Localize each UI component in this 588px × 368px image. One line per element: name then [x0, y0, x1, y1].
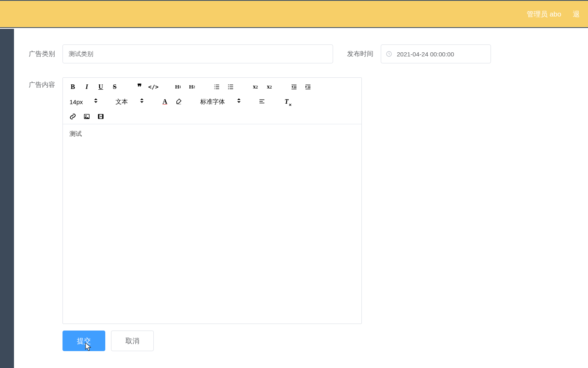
form-page: 广告类别 发布时间 广告内容 B I U S ❞ </> H1	[14, 28, 588, 368]
logout-link[interactable]: 退	[573, 9, 580, 19]
bold-icon[interactable]: B	[67, 81, 79, 93]
font-size-select[interactable]: 14px	[67, 98, 100, 106]
font-family-value: 标准字体	[200, 98, 225, 106]
quote-icon[interactable]: ❞	[134, 81, 145, 93]
subscript-icon[interactable]: x2	[250, 81, 261, 93]
unordered-list-icon[interactable]	[225, 81, 236, 93]
paragraph-select[interactable]: 文本	[113, 97, 146, 107]
image-icon[interactable]	[81, 111, 93, 122]
svg-rect-4	[229, 85, 233, 85]
svg-point-1	[228, 84, 229, 85]
ordered-list-icon[interactable]	[211, 81, 222, 93]
h1-icon[interactable]: H1	[172, 81, 184, 93]
strike-icon[interactable]: S	[109, 81, 120, 93]
clear-format-icon[interactable]: T✕	[281, 96, 292, 107]
form-actions: 提交 取消	[63, 331, 576, 351]
row-content: 广告内容 B I U S ❞ </> H1 H2	[26, 77, 576, 324]
outdent-icon[interactable]	[288, 81, 300, 93]
font-color-icon[interactable]: A	[159, 96, 171, 107]
sidebar	[0, 29, 14, 368]
top-header: 管理员 abo 退	[0, 0, 588, 28]
category-input[interactable]	[63, 44, 333, 63]
svg-rect-13	[98, 114, 100, 119]
video-icon[interactable]	[95, 111, 106, 122]
svg-rect-14	[102, 114, 103, 119]
submit-button[interactable]: 提交	[63, 331, 105, 351]
paragraph-value: 文本	[116, 98, 128, 106]
h2-icon[interactable]: H2	[186, 81, 198, 93]
publish-time-input[interactable]	[381, 44, 491, 63]
font-family-select[interactable]: 标准字体	[198, 97, 243, 107]
link-icon[interactable]	[67, 111, 79, 122]
svg-rect-8	[259, 101, 263, 102]
font-size-value: 14px	[69, 98, 83, 105]
editor-toolbar: B I U S ❞ </> H1 H2 x2 x2	[63, 78, 361, 124]
underline-icon[interactable]: U	[95, 81, 106, 93]
code-icon[interactable]: </>	[148, 81, 159, 93]
category-label: 广告类别	[26, 50, 55, 58]
cancel-button[interactable]: 取消	[111, 331, 154, 351]
svg-rect-9	[259, 103, 264, 103]
svg-rect-5	[229, 86, 233, 87]
publish-time-wrap	[381, 44, 491, 63]
bg-color-icon[interactable]	[173, 96, 185, 107]
indent-icon[interactable]	[302, 81, 314, 93]
superscript-icon[interactable]: x2	[264, 81, 275, 93]
rich-text-editor: B I U S ❞ </> H1 H2 x2 x2	[63, 77, 362, 324]
italic-icon[interactable]: I	[81, 81, 93, 93]
editor-content[interactable]: 测试	[63, 124, 361, 324]
svg-rect-6	[229, 89, 233, 89]
svg-point-11	[86, 116, 86, 116]
row-category-time: 广告类别 发布时间	[26, 44, 576, 63]
user-label[interactable]: 管理员 abo	[527, 9, 561, 19]
svg-rect-7	[259, 100, 264, 100]
align-icon[interactable]	[256, 96, 268, 107]
svg-point-2	[228, 86, 229, 87]
publish-time-label: 发布时间	[345, 50, 373, 58]
svg-point-3	[228, 89, 229, 89]
content-label: 广告内容	[26, 77, 55, 89]
clock-icon	[386, 51, 392, 57]
